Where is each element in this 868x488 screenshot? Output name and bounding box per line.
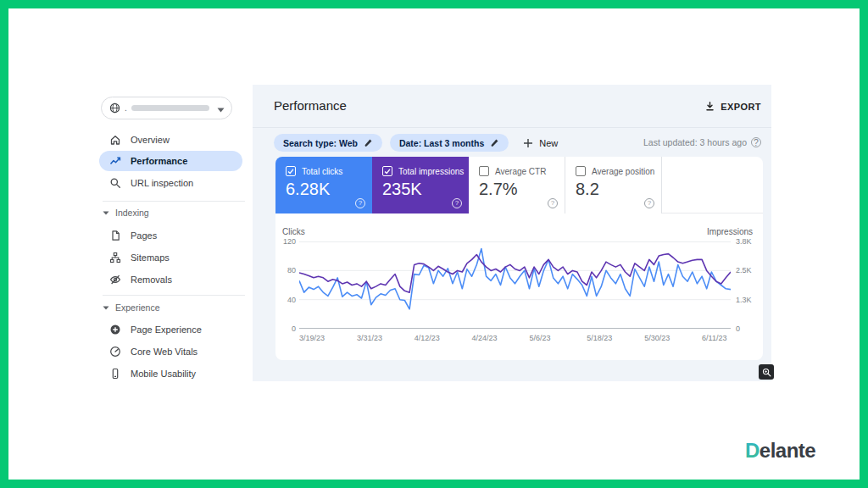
speedometer-icon: [109, 346, 121, 358]
search-console-screenshot: . Overview Performance: [96, 85, 771, 381]
left-axis-ticks: 12080400: [275, 237, 296, 333]
help-icon[interactable]: ?: [548, 198, 558, 208]
checkbox-icon[interactable]: [382, 166, 392, 176]
metric-label: Total impressions: [398, 167, 464, 176]
sidebar: . Overview Performance: [96, 85, 253, 381]
plus-icon: [523, 138, 533, 148]
sidebar-divider: [103, 295, 245, 296]
performance-panel: Total clicks 6.28K ? Total impressions 2…: [275, 157, 763, 360]
smartphone-icon: [109, 368, 121, 380]
sidebar-item-page-experience[interactable]: Page Experience: [99, 319, 242, 340]
section-title: Experience: [115, 302, 160, 313]
sitemaps-icon: [109, 252, 121, 263]
pencil-icon[interactable]: [490, 138, 499, 147]
property-selector[interactable]: .: [101, 97, 232, 119]
sidebar-item-overview[interactable]: Overview: [99, 130, 242, 150]
metric-tile-average-ctr[interactable]: Average CTR 2.7% ?: [469, 157, 565, 214]
sidebar-item-label: Page Experience: [131, 324, 202, 335]
metric-label: Average position: [592, 167, 654, 176]
zoom-overlay-button[interactable]: [759, 364, 774, 380]
eye-off-icon: [109, 274, 121, 286]
chip-label: Date: Last 3 months: [399, 138, 484, 148]
header-divider: [253, 127, 771, 128]
delante-logo: Delante: [744, 439, 836, 466]
checkbox-icon[interactable]: [576, 166, 586, 176]
sidebar-item-sitemaps[interactable]: Sitemaps: [99, 247, 242, 268]
filter-chip-search-type[interactable]: Search type: Web: [274, 134, 382, 152]
metric-tile-total-clicks[interactable]: Total clicks 6.28K ?: [275, 157, 372, 214]
sidebar-item-url-inspection[interactable]: URL inspection: [99, 173, 242, 193]
metric-label: Total clicks: [302, 167, 342, 176]
sidebar-item-label: Overview: [131, 135, 170, 145]
performance-icon: [109, 155, 121, 167]
metric-label: Average CTR: [495, 167, 546, 176]
pages-icon: [109, 230, 121, 241]
sidebar-item-mobile-usability[interactable]: Mobile Usability: [99, 363, 242, 384]
property-text: .: [125, 103, 127, 113]
sidebar-item-core-web-vitals[interactable]: Core Web Vitals: [99, 341, 242, 362]
filter-chip-date[interactable]: Date: Last 3 months: [390, 134, 509, 152]
help-icon[interactable]: ?: [644, 198, 654, 208]
sidebar-section-experience[interactable]: Experience: [103, 299, 245, 316]
chevron-down-icon: [103, 306, 109, 310]
caret-down-icon: [217, 101, 225, 116]
help-icon[interactable]: ?: [355, 198, 365, 208]
metric-value: 2.7%: [479, 180, 565, 199]
download-icon: [704, 101, 715, 112]
svg-text:Delante: Delante: [745, 439, 815, 462]
last-updated-text: Last updated: 3 hours ago: [643, 137, 747, 147]
sidebar-item-label: Core Web Vitals: [131, 347, 198, 357]
home-icon: [109, 134, 121, 146]
search-icon: [109, 177, 121, 189]
checkbox-icon[interactable]: [479, 166, 489, 176]
right-axis-ticks: 3.8K2.5K1.3K0: [736, 237, 761, 333]
filter-bar: Search type: Web Date: Last 3 months New: [274, 134, 558, 152]
sidebar-item-label: Pages: [131, 230, 157, 241]
metric-tile-total-impressions[interactable]: Total impressions 235K ?: [372, 157, 469, 214]
metric-tile-average-position[interactable]: Average position 8.2 ?: [565, 157, 662, 214]
chevron-down-icon: [103, 211, 109, 215]
metric-value: 235K: [382, 180, 469, 199]
sidebar-item-removals[interactable]: Removals: [99, 269, 242, 290]
section-title: Indexing: [115, 208, 149, 218]
help-icon[interactable]: ?: [751, 137, 761, 147]
pencil-icon[interactable]: [364, 138, 373, 147]
export-button[interactable]: EXPORT: [704, 101, 761, 112]
export-label: EXPORT: [721, 102, 761, 112]
sidebar-item-label: Sitemaps: [131, 252, 170, 263]
chip-label: Search type: Web: [283, 138, 358, 148]
left-axis-title: Clicks: [282, 227, 305, 236]
main-content: Performance EXPORT Search type: Web Date…: [253, 85, 771, 381]
plus-circle-icon: [109, 324, 121, 336]
sidebar-divider: [103, 201, 245, 202]
metric-value: 8.2: [576, 180, 661, 199]
help-icon[interactable]: ?: [452, 198, 462, 208]
logo-text: elante: [760, 439, 816, 462]
checkbox-icon[interactable]: [286, 166, 296, 176]
sidebar-item-label: Performance: [131, 156, 187, 166]
redacted-property-name: [131, 105, 209, 111]
right-axis-title: Impressions: [707, 227, 753, 236]
metric-value: 6.28K: [286, 180, 372, 199]
magnifier-plus-icon: [762, 368, 771, 377]
sidebar-item-label: URL inspection: [131, 178, 193, 188]
performance-chart[interactable]: [299, 241, 731, 329]
sidebar-item-label: Mobile Usability: [131, 369, 196, 379]
globe-icon: [108, 103, 120, 114]
metric-tiles: Total clicks 6.28K ? Total impressions 2…: [275, 157, 763, 214]
page: . Overview Performance: [0, 0, 868, 488]
x-axis-ticks: 3/19/233/31/234/12/234/24/235/6/235/18/2…: [299, 334, 731, 344]
page-title: Performance: [274, 98, 347, 113]
sidebar-item-label: Removals: [131, 274, 172, 285]
sidebar-section-indexing[interactable]: Indexing: [103, 204, 245, 221]
last-updated: Last updated: 3 hours ago ?: [643, 137, 761, 147]
sidebar-item-pages[interactable]: Pages: [99, 225, 242, 246]
sidebar-item-performance[interactable]: Performance: [99, 151, 242, 171]
new-filter-button[interactable]: New: [523, 138, 558, 148]
new-filter-label: New: [539, 138, 558, 148]
